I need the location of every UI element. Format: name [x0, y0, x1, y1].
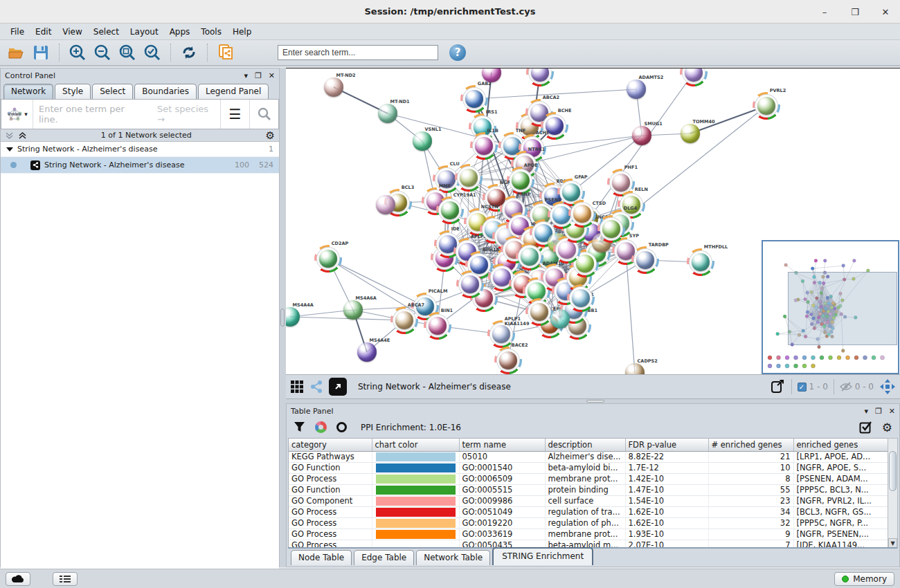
table-row[interactable]: KEGG Pathways05010Alzheimer's dise...8.8… [289, 451, 888, 462]
string-source-selector[interactable]: STRING ▾ [1, 100, 33, 129]
network-node-apoe[interactable]: APOE [507, 167, 534, 194]
network-collection-row[interactable]: String Network - Alzheimer's disease 1 [1, 142, 279, 157]
control-panel-close-icon[interactable]: ✕ [269, 71, 275, 80]
birdseye-toggle-icon[interactable] [879, 378, 896, 395]
table-row[interactable]: GO ComponentGO:0009986cell surface1.54E-… [289, 495, 888, 506]
menu-item-help[interactable]: Help [228, 25, 256, 39]
network-node[interactable] [516, 243, 543, 270]
column-header-description[interactable]: description [545, 439, 625, 451]
help-button[interactable]: ? [449, 44, 466, 61]
detach-view-button[interactable] [329, 378, 347, 396]
window-minimize-button[interactable]: – [817, 7, 832, 17]
table-vertical-scrollbar[interactable]: ▼ [888, 438, 898, 549]
export-image-icon[interactable] [771, 379, 786, 394]
menu-item-edit[interactable]: Edit [30, 25, 56, 39]
tab-select[interactable]: Select [92, 84, 133, 99]
network-node-adamts2[interactable]: ADAMTS2 [626, 79, 647, 100]
string-query-input[interactable]: Enter one term per line. Set species → [33, 100, 220, 129]
vertical-splitter[interactable] [280, 68, 286, 567]
menu-item-apps[interactable]: Apps [165, 25, 195, 39]
birds-eye-view[interactable] [762, 240, 899, 374]
tab-boundaries[interactable]: Boundaries [134, 84, 197, 99]
cloud-status-button[interactable] [6, 572, 30, 586]
scrollbar-thumb[interactable] [889, 451, 897, 491]
table-panel-close-icon[interactable]: ✕ [889, 407, 895, 416]
column-header-term-name[interactable]: term name [459, 439, 545, 451]
network-node-ms4a6a[interactable]: MS4A6A [343, 300, 363, 320]
splitter-handle[interactable] [280, 309, 285, 327]
network-node[interactable] [375, 194, 396, 215]
network-node-bace2[interactable]: BACE2 [494, 347, 522, 374]
control-panel-menu-icon[interactable]: ▾ [244, 71, 248, 80]
column-header-FDR-p-value[interactable]: FDR p-value [625, 439, 708, 451]
tab-network[interactable]: Network [3, 84, 53, 99]
window-maximize-button[interactable]: ❒ [847, 7, 863, 17]
column-header--enriched-genes[interactable]: # enriched genes [708, 439, 793, 451]
network-node-pvrl2[interactable]: PVRL2 [753, 92, 780, 120]
string-options-button[interactable]: ☰ [220, 100, 249, 129]
refresh-button[interactable] [179, 42, 199, 63]
tab-legend-panel[interactable]: Legend Panel [198, 84, 269, 99]
network-node-mt-nd1[interactable]: MT-ND1 [377, 103, 398, 124]
table-row[interactable]: GO ProcessGO:0033619membrane prot...1.93… [289, 529, 888, 540]
ring-chart-icon[interactable] [336, 422, 347, 432]
search-input[interactable] [278, 45, 438, 60]
menu-item-view[interactable]: View [57, 25, 87, 39]
network-list-gear-icon[interactable]: ⚙ [266, 129, 275, 142]
network-node-smug1[interactable]: SMUG1 [631, 125, 652, 146]
menu-item-layout[interactable]: Layout [125, 25, 163, 39]
tab-string-enrichment[interactable]: STRING Enrichment [492, 547, 593, 565]
network-node-cd2ap[interactable]: CD2AP [314, 245, 342, 273]
collection-expander-icon[interactable] [6, 147, 13, 151]
menu-item-file[interactable]: File [6, 25, 29, 39]
column-header-chart-color[interactable]: chart color [372, 439, 459, 451]
tab-network-table[interactable]: Network Table [416, 550, 490, 565]
scroll-down-arrow[interactable]: ▼ [888, 538, 897, 548]
network-node-ms4a4e[interactable]: MS4A4E [357, 342, 377, 362]
zoom-selected-button[interactable] [142, 42, 163, 63]
network-node-abca7[interactable]: ABCA7 [390, 306, 418, 334]
table-row[interactable]: GO FunctionGO:0001540beta-amyloid bi...1… [289, 462, 888, 473]
network-row[interactable]: String Network - Alzheimer's disease 100… [1, 157, 279, 174]
network-node-tomm40[interactable]: TOMM40 [680, 123, 701, 144]
splitter-handle[interactable] [586, 400, 604, 403]
collapse-all-icon[interactable] [5, 131, 14, 140]
network-canvas[interactable]: MT-ND2MT-ND1VSNL1GAB2IRS1CHATABCA2BCHEIL… [286, 68, 900, 374]
filter-icon[interactable] [294, 421, 305, 433]
network-node-tardbp[interactable]: TARDBP [631, 246, 659, 274]
network-node-mthfdll[interactable]: MTHFDLL [687, 248, 714, 276]
zoom-in-button[interactable] [67, 42, 88, 63]
network-node[interactable] [550, 309, 570, 329]
birds-eye-viewport[interactable] [788, 272, 897, 345]
control-panel-float-icon[interactable]: ❐ [255, 71, 262, 80]
chart-icon[interactable] [315, 421, 327, 433]
network-node-mt-nd2[interactable]: MT-ND2 [323, 77, 344, 98]
tab-style[interactable]: Style [55, 84, 91, 99]
table-row[interactable]: GO ProcessGO:0019220regulation of ph...1… [289, 517, 888, 529]
menu-item-tools[interactable]: Tools [196, 25, 226, 39]
column-header-category[interactable]: category [289, 439, 372, 451]
network-node-gab2[interactable]: GAB2 [460, 85, 488, 113]
network-node-cyp19a1[interactable]: CYP19A1 [436, 196, 464, 224]
tab-node-table[interactable]: Node Table [291, 550, 352, 565]
share-view-icon[interactable] [309, 380, 323, 394]
select-columns-icon[interactable] [859, 421, 872, 434]
table-settings-gear-icon[interactable]: ⚙ [882, 421, 892, 434]
network-node-bche[interactable]: BCHE [541, 112, 568, 140]
tab-edge-table[interactable]: Edge Table [354, 550, 414, 565]
network-node[interactable] [525, 298, 553, 326]
column-header-enriched-genes[interactable]: enriched genes [793, 439, 888, 451]
zoom-fit-button[interactable] [117, 42, 138, 63]
network-node[interactable] [456, 270, 484, 298]
open-session-button[interactable] [6, 42, 26, 63]
table-panel-menu-icon[interactable]: ▾ [864, 407, 868, 416]
network-node-bin1[interactable]: BIN1 [424, 312, 451, 340]
network-node[interactable] [597, 215, 625, 243]
network-node[interactable] [568, 200, 596, 228]
grid-mode-icon[interactable] [290, 380, 304, 394]
table-panel-float-icon[interactable]: ❐ [875, 407, 882, 416]
memory-button[interactable]: Memory [834, 572, 894, 586]
string-search-button[interactable] [249, 100, 278, 129]
table-row[interactable]: GO ProcessGO:0051049regulation of tra...… [289, 506, 888, 517]
task-history-button[interactable] [53, 572, 78, 586]
